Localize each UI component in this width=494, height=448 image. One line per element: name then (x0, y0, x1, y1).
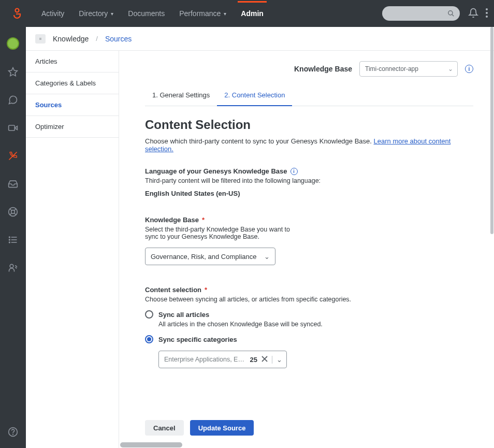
svg-line-10 (10, 209, 11, 210)
svg-point-20 (10, 264, 13, 268)
kb-field-label: Knowledge Base* (145, 216, 473, 224)
clear-icon[interactable] (260, 356, 269, 364)
top-nav: Activity Directory▾ Documents Performanc… (0, 0, 494, 27)
svg-line-12 (10, 213, 11, 215)
svg-point-19 (9, 242, 10, 243)
kb-third-party-dropdown[interactable]: Governance, Risk, and Compliance ⌄ (145, 248, 275, 265)
radio-sync-all[interactable]: Sync all articles (145, 310, 473, 319)
search-icon (447, 10, 455, 17)
nav-directory[interactable]: Directory▾ (71, 1, 121, 26)
svg-marker-5 (9, 68, 18, 76)
language-help: Third-party content will be filtered int… (145, 177, 473, 184)
categories-multiselect[interactable]: Enterprise Applications, Enterpris… 25 ⌄ (158, 351, 287, 368)
page-subtitle: Choose which third-party content to sync… (145, 137, 473, 153)
page-title: Content Selection (145, 118, 473, 132)
svg-rect-6 (9, 125, 15, 131)
svg-line-13 (14, 213, 16, 215)
inbox-icon[interactable] (7, 178, 19, 190)
info-icon[interactable]: i (465, 65, 473, 73)
svg-point-0 (16, 9, 19, 12)
main-panel: Knowledge / Sources Articles Categories … (26, 27, 494, 448)
svg-line-11 (14, 209, 16, 210)
kb-selector-dropdown[interactable]: Timi-connector-app ⌄ (359, 61, 458, 77)
chevron-down-icon: ▾ (111, 11, 113, 17)
left-sidebar (0, 27, 26, 448)
sub-nav: Articles Categories & Labels Sources Opt… (26, 51, 119, 448)
vertical-scrollbar[interactable] (490, 27, 493, 234)
language-value: English United States (en-US) (145, 190, 473, 197)
cancel-button[interactable]: Cancel (145, 420, 184, 436)
svg-point-17 (9, 237, 10, 238)
radio-sync-all-help: All articles in the chosen Knowledge Bas… (158, 321, 473, 328)
content-body: Knowledge Base Timi-connector-app ⌄ i 1.… (119, 51, 494, 448)
radio-sync-categories-label: Sync specific categories (158, 336, 237, 343)
info-icon[interactable]: i (290, 168, 298, 175)
content-selection-help: Choose between syncing all articles, or … (145, 296, 473, 303)
horizontal-scrollbar[interactable] (120, 441, 494, 448)
tab-general-settings[interactable]: 1. General Settings (145, 86, 217, 106)
categories-value: Enterprise Applications, Enterpris… (164, 356, 247, 363)
tab-content-selection[interactable]: 2. Content Selection (217, 86, 292, 106)
nav-activity[interactable]: Activity (34, 1, 71, 26)
subnav-sources[interactable]: Sources (26, 94, 119, 116)
update-source-button[interactable]: Update Source (190, 420, 254, 436)
subnav-categories-labels[interactable]: Categories & Labels (26, 73, 119, 94)
chat-icon[interactable] (7, 94, 19, 106)
brand-logo-icon[interactable] (10, 7, 24, 20)
nav-admin[interactable]: Admin (234, 1, 271, 26)
radio-icon (145, 335, 153, 343)
notifications-icon[interactable] (468, 8, 478, 20)
subnav-articles[interactable]: Articles (26, 51, 119, 73)
kb-third-party-value: Governance, Risk, and Compliance (151, 253, 257, 261)
radio-sync-categories[interactable]: Sync specific categories (145, 335, 473, 343)
help-icon[interactable] (7, 426, 19, 438)
users-icon[interactable] (7, 262, 19, 273)
list-icon[interactable] (7, 234, 19, 245)
svg-point-3 (486, 12, 488, 14)
svg-point-22 (13, 434, 13, 435)
menu-toggle-icon[interactable] (35, 34, 46, 44)
kb-field-help: Select the third-party Knowledge Base yo… (145, 226, 473, 233)
content-selection-label: Content selection* (145, 286, 473, 294)
video-icon[interactable] (7, 122, 19, 134)
svg-point-8 (9, 208, 18, 216)
nav-performance[interactable]: Performance▾ (172, 1, 234, 26)
breadcrumb-separator: / (96, 35, 98, 42)
categories-count: 25 (250, 356, 257, 364)
chevron-down-icon: ⌄ (264, 253, 270, 261)
breadcrumb-root[interactable]: Knowledge (53, 35, 89, 43)
breadcrumb: Knowledge / Sources (26, 27, 494, 51)
chevron-down-icon[interactable]: ⌄ (272, 356, 282, 364)
svg-point-2 (486, 8, 488, 10)
radio-sync-all-label: Sync all articles (158, 311, 209, 319)
svg-point-1 (448, 11, 453, 15)
svg-point-9 (11, 210, 15, 214)
language-label: Language of your Genesys Knowledge Base … (145, 167, 473, 175)
svg-point-4 (486, 16, 488, 18)
support-icon[interactable] (7, 206, 19, 218)
svg-point-18 (9, 239, 10, 240)
kb-selector-label: Knowledge Base (294, 65, 352, 73)
favorites-icon[interactable] (7, 66, 19, 78)
nav-documents[interactable]: Documents (121, 1, 172, 26)
kebab-menu-icon[interactable] (486, 8, 488, 19)
radio-icon (145, 310, 153, 319)
breadcrumb-current[interactable]: Sources (105, 35, 132, 43)
subnav-optimizer[interactable]: Optimizer (26, 116, 119, 138)
kb-selector-value: Timi-connector-app (365, 65, 418, 73)
phone-disabled-icon[interactable] (7, 150, 19, 162)
chevron-down-icon: ⌄ (448, 65, 453, 73)
avatar[interactable] (7, 37, 19, 50)
search-input[interactable] (382, 6, 460, 21)
kb-field-help2: sync to your Genesys Knowledge Base. (145, 233, 473, 240)
chevron-down-icon: ▾ (224, 11, 226, 17)
wizard-tabs: 1. General Settings 2. Content Selection (145, 86, 473, 106)
